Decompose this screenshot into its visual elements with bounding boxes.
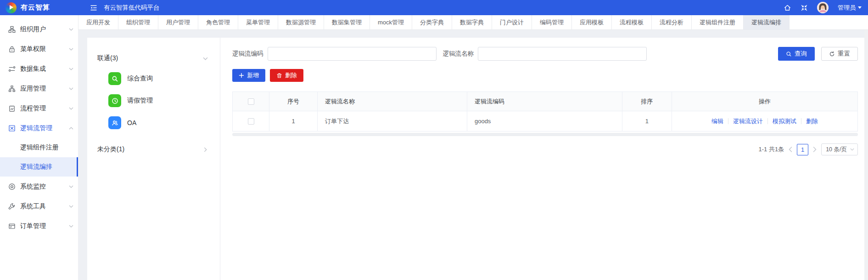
delete-button[interactable]: 删除	[270, 69, 303, 82]
vertical-scrollbar[interactable]	[864, 30, 868, 280]
logic-flow-design-link[interactable]: 逻辑流设计	[733, 117, 763, 126]
main-background: 联通(3) 综合查询	[78, 30, 868, 280]
sidebar-item-app-management[interactable]: 应用管理	[0, 79, 78, 98]
avatar[interactable]	[817, 2, 829, 13]
tab-category-dict[interactable]: 分类字典	[412, 15, 452, 29]
tab-code-mgmt[interactable]: 编码管理	[532, 15, 572, 29]
fullscreen-icon[interactable]	[801, 4, 808, 11]
table-row: 1 订单下达 goods 1 编辑 逻辑流设计 模拟测试 删除	[233, 111, 857, 131]
tab-menu-mgmt[interactable]: 菜单管理	[238, 15, 278, 29]
group-item-leave-management[interactable]: 请假管理	[87, 90, 220, 112]
tab-process-template[interactable]: 流程模板	[612, 15, 652, 29]
menu-fold-icon[interactable]	[90, 4, 97, 11]
group-uncategorized[interactable]: 未分类(1)	[87, 140, 220, 159]
tab-datasource-mgmt[interactable]: 数据源管理	[278, 15, 324, 29]
action-separator	[767, 118, 768, 124]
home-icon[interactable]	[784, 4, 791, 11]
tab-dataset-mgmt[interactable]: 数据集管理	[324, 15, 370, 29]
sidebar: 组织用户 菜单权限 数据集成	[0, 15, 78, 280]
sidebar-subitem-logic-component-register[interactable]: 逻辑组件注册	[0, 138, 78, 157]
tab-org-mgmt[interactable]: 组织管理	[118, 15, 158, 29]
search-button-label: 查询	[795, 50, 807, 58]
sidebar-item-process-management[interactable]: 流程管理	[0, 98, 78, 118]
reset-button[interactable]: 重置	[821, 47, 858, 61]
sidebar-item-logic-flow-management[interactable]: 逻辑流管理	[0, 118, 78, 138]
delete-link[interactable]: 删除	[806, 117, 818, 126]
search-button[interactable]: 查询	[778, 47, 815, 61]
sidebar-subitem-logic-flow-orchestration[interactable]: 逻辑流编排	[0, 157, 78, 177]
user-menu[interactable]: 管理员	[838, 4, 862, 12]
clock-app-icon	[108, 94, 121, 107]
sidebar-item-data-integration[interactable]: 数据集成	[0, 59, 78, 79]
flow-name-input[interactable]	[478, 47, 647, 61]
search-app-icon	[108, 72, 121, 85]
row-checkbox-cell	[233, 111, 269, 131]
simulate-test-link[interactable]: 模拟测试	[773, 117, 796, 126]
app-root: 有云智算 有云智算低代码平台	[0, 0, 868, 280]
table-header-row: 序号 逻辑流名称 逻辑流编码 排序 操作	[233, 92, 857, 111]
chevron-down-icon	[69, 205, 73, 208]
page-size-value: 10 条/页	[826, 146, 847, 154]
tab-logic-component-register[interactable]: 逻辑组件注册	[692, 15, 744, 29]
sidebar-item-system-monitor[interactable]: 系统监控	[0, 177, 78, 196]
content-area: 逻辑流编码 逻辑流名称 查询	[220, 38, 864, 280]
chevron-down-icon	[69, 185, 73, 188]
chevron-down-icon	[69, 48, 73, 51]
page-size-select[interactable]: 10 条/页	[821, 143, 858, 155]
select-all-checkbox[interactable]	[248, 98, 254, 105]
lock-icon	[8, 46, 16, 53]
action-separator	[801, 118, 801, 124]
horizontal-scrollbar[interactable]	[232, 133, 858, 136]
flow-code-label: 逻辑流编码	[232, 50, 263, 58]
group-unicom[interactable]: 联通(3)	[87, 49, 220, 68]
reset-button-label: 重置	[838, 50, 850, 58]
row-order: 1	[622, 111, 672, 131]
top-header: 有云智算 有云智算低代码平台	[0, 0, 868, 15]
tab-user-mgmt[interactable]: 用户管理	[158, 15, 198, 29]
tab-role-mgmt[interactable]: 角色管理	[198, 15, 238, 29]
app-management-icon	[8, 85, 16, 92]
chevron-down-icon	[69, 225, 73, 228]
sidebar-item-order-management[interactable]: 订单管理	[0, 216, 78, 236]
sidebar-item-system-tools[interactable]: 系统工具	[0, 196, 78, 216]
group-tree-panel: 联通(3) 综合查询	[87, 38, 220, 280]
row-checkbox[interactable]	[248, 118, 254, 125]
logic-flow-table: 序号 逻辑流名称 逻辑流编码 排序 操作 1 订单下达 goods 1 编辑	[232, 91, 858, 131]
tab-app-template[interactable]: 应用模板	[572, 15, 612, 29]
sidebar-item-label: 逻辑流管理	[20, 124, 52, 132]
flow-code-input[interactable]	[268, 47, 437, 61]
add-button[interactable]: 新增	[232, 69, 265, 82]
trash-icon	[276, 73, 282, 79]
tab-logic-flow-orchestration[interactable]: 逻辑流编排	[744, 15, 790, 29]
group-item-oa[interactable]: OA	[87, 112, 220, 134]
search-icon	[786, 51, 792, 57]
data-integration-icon	[8, 65, 16, 73]
sidebar-subitem-label: 逻辑组件注册	[20, 143, 59, 152]
sidebar-item-label: 数据集成	[20, 65, 46, 73]
sidebar-item-label: 系统监控	[20, 183, 46, 191]
toolbar: 新增 删除	[232, 69, 858, 82]
group-item-comprehensive-query[interactable]: 综合查询	[87, 68, 220, 90]
logic-flow-icon	[8, 125, 16, 132]
tab-app-dev[interactable]: 应用开发	[78, 15, 118, 29]
tab-bar: 应用开发 组织管理 用户管理 角色管理 菜单管理 数据源管理 数据集管理 moc…	[78, 15, 868, 30]
chevron-down-icon	[69, 28, 73, 31]
brand: 有云智算	[0, 2, 78, 13]
plus-icon	[239, 73, 244, 78]
tab-mock-mgmt[interactable]: mock管理	[370, 15, 412, 29]
user-name: 管理员	[838, 4, 856, 12]
sidebar-item-org-users[interactable]: 组织用户	[0, 19, 78, 39]
prev-page-icon[interactable]	[789, 147, 792, 152]
tab-data-dict[interactable]: 数据字典	[452, 15, 492, 29]
filter-row: 逻辑流编码 逻辑流名称 查询	[232, 47, 858, 61]
tab-process-analysis[interactable]: 流程分析	[652, 15, 692, 29]
next-page-icon[interactable]	[813, 147, 817, 152]
sidebar-item-label: 组织用户	[20, 25, 46, 34]
edit-link[interactable]: 编辑	[711, 117, 723, 126]
page-number-1[interactable]: 1	[797, 144, 808, 155]
tools-icon	[8, 203, 16, 210]
tab-portal-design[interactable]: 门户设计	[492, 15, 532, 29]
sidebar-item-label: 系统工具	[20, 202, 46, 211]
header-index: 序号	[269, 92, 318, 111]
sidebar-item-menu-permission[interactable]: 菜单权限	[0, 39, 78, 59]
